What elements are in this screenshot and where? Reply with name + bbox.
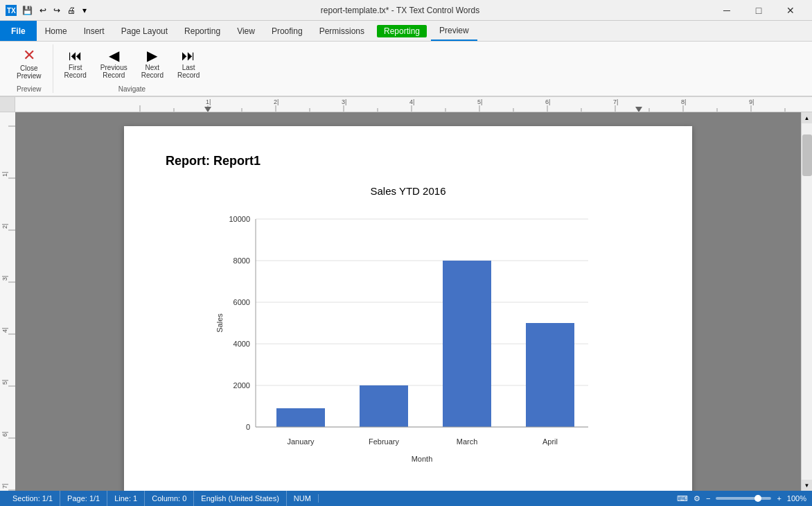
bar-april	[526, 323, 574, 427]
ruler-v-canvas	[0, 112, 15, 491]
status-column: Column: 0	[145, 491, 194, 506]
label-january: January	[287, 437, 315, 446]
status-bar: Section: 1/1 Page: 1/1 Line: 1 Column: 0…	[0, 491, 812, 506]
prev-record-icon: ◀	[109, 49, 119, 62]
zoom-level: 100%	[787, 494, 806, 503]
ruler-canvas	[15, 97, 812, 112]
close-button[interactable]: ✕	[775, 0, 806, 21]
first-record-icon: ⏮	[69, 49, 82, 62]
window-controls: ─ □ ✕	[711, 0, 806, 21]
ribbon-group-navigate: ⏮ FirstRecord ◀ PreviousRecord ▶ NextRec…	[53, 44, 211, 93]
menu-proofing[interactable]: Proofing	[263, 21, 311, 41]
window-title: report-template.tx* - TX Text Control Wo…	[321, 6, 479, 15]
menu-insert[interactable]: Insert	[76, 21, 113, 41]
maximize-button[interactable]: □	[743, 0, 775, 21]
label-february: February	[369, 437, 400, 446]
bar-january	[276, 408, 325, 427]
label-april: April	[542, 437, 558, 446]
chart-container: 10000 8000 6000 4000 2000 0 Sales	[166, 205, 651, 469]
sales-chart: 10000 8000 6000 4000 2000 0 Sales	[214, 205, 602, 469]
ribbon-group-preview: ✕ ClosePreview Preview	[6, 44, 53, 93]
title-bar-left: TX 💾 ↩ ↪ 🖨 ▾	[6, 4, 89, 17]
document-area[interactable]: Report: Report1 Sales YTD 2016 100	[15, 112, 801, 491]
settings-icon: ⚙	[694, 494, 700, 503]
menu-page-layout[interactable]: Page Layout	[113, 21, 176, 41]
dropdown-icon[interactable]: ▾	[80, 4, 89, 17]
menu-view[interactable]: View	[229, 21, 263, 41]
svg-text:TX: TX	[7, 7, 16, 15]
save-icon[interactable]: 💾	[19, 4, 35, 17]
status-page: Page: 1/1	[60, 491, 107, 506]
label-march: March	[457, 437, 478, 446]
last-record-icon: ⏭	[182, 49, 195, 62]
menu-preview[interactable]: Preview	[431, 21, 477, 41]
svg-text:4000: 4000	[233, 340, 250, 348]
svg-text:Sales: Sales	[215, 313, 224, 333]
last-record-label: LastRecord	[177, 64, 200, 79]
zoom-out-icon[interactable]: −	[706, 494, 710, 503]
svg-text:6000: 6000	[233, 298, 250, 306]
zoom-in-icon[interactable]: +	[777, 494, 781, 503]
next-record-icon: ▶	[147, 49, 157, 62]
close-preview-button[interactable]: ✕ ClosePreview	[11, 45, 47, 82]
keyboard-icon: ⌨	[677, 494, 688, 503]
quick-access-toolbar: 💾 ↩ ↪ 🖨 ▾	[19, 4, 89, 17]
vertical-scrollbar[interactable]: ▲ ▼	[801, 112, 812, 491]
scroll-up-button[interactable]: ▲	[802, 112, 813, 123]
undo-icon[interactable]: ↩	[37, 4, 49, 17]
scrollbar-thumb[interactable]	[802, 134, 812, 176]
menu-bar: File Home Insert Page Layout Reporting V…	[0, 21, 812, 42]
close-preview-icon: ✕	[23, 48, 35, 63]
scroll-down-button[interactable]: ▼	[802, 480, 813, 491]
menu-file[interactable]: File	[0, 21, 37, 41]
app-icon: TX	[6, 5, 17, 16]
zoom-thumb	[754, 495, 761, 502]
prev-record-button[interactable]: ◀ PreviousRecord	[95, 46, 133, 82]
redo-icon[interactable]: ↪	[51, 4, 63, 17]
reporting-badge[interactable]: Reporting	[377, 25, 427, 37]
ribbon: ✕ ClosePreview Preview ⏮ FirstRecord ◀ P…	[0, 42, 812, 97]
close-preview-label: ClosePreview	[17, 64, 42, 80]
first-record-label: FirstRecord	[64, 64, 87, 79]
svg-text:2000: 2000	[233, 381, 250, 390]
svg-text:0: 0	[246, 423, 250, 431]
menu-home[interactable]: Home	[37, 21, 76, 41]
bar-february	[360, 385, 408, 427]
last-record-button[interactable]: ⏭ LastRecord	[172, 46, 205, 82]
status-line: Line: 1	[107, 491, 145, 506]
bar-march	[443, 261, 491, 427]
zoom-slider[interactable]	[716, 497, 771, 500]
main-area: Report: Report1 Sales YTD 2016 100	[0, 112, 812, 491]
next-record-label: NextRecord	[141, 64, 164, 79]
svg-text:10000: 10000	[229, 215, 250, 223]
ruler-container	[0, 97, 812, 112]
x-axis-title: Month	[412, 455, 433, 463]
next-record-button[interactable]: ▶ NextRecord	[136, 46, 169, 82]
document-page: Report: Report1 Sales YTD 2016 100	[124, 126, 692, 491]
ruler-corner	[0, 97, 15, 112]
ruler-vertical	[0, 112, 15, 491]
first-record-button[interactable]: ⏮ FirstRecord	[59, 46, 92, 82]
status-num: NUM	[287, 494, 319, 503]
svg-text:8000: 8000	[233, 256, 250, 265]
chart-title: Sales YTD 2016	[166, 185, 651, 197]
navigate-group-label: Navigate	[118, 82, 145, 93]
title-bar: TX 💾 ↩ ↪ 🖨 ▾ report-template.tx* - TX Te…	[0, 0, 812, 21]
preview-buttons: ✕ ClosePreview	[11, 44, 47, 82]
report-title: Report: Report1	[166, 154, 651, 168]
status-section: Section: 1/1	[6, 491, 60, 506]
navigate-buttons: ⏮ FirstRecord ◀ PreviousRecord ▶ NextRec…	[59, 44, 206, 82]
preview-group-label: Preview	[17, 82, 42, 93]
status-right: ⌨ ⚙ − + 100%	[677, 494, 806, 503]
status-language: English (United States)	[194, 491, 287, 506]
menu-permissions[interactable]: Permissions	[311, 21, 373, 41]
prev-record-label: PreviousRecord	[100, 64, 127, 79]
ruler-horizontal	[15, 97, 812, 112]
minimize-button[interactable]: ─	[711, 0, 743, 21]
menu-reporting-text[interactable]: Reporting	[176, 21, 229, 41]
print-icon[interactable]: 🖨	[64, 4, 78, 17]
